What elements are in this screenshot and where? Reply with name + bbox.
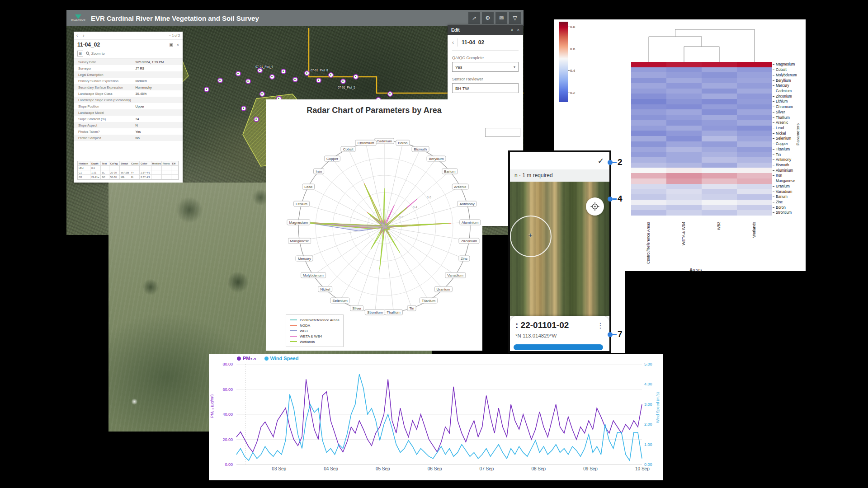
heatmap-cell: [631, 157, 666, 163]
expand-icon[interactable]: ⊞: [77, 51, 83, 56]
plot-label: 07-01_Plot_5: [338, 86, 355, 89]
share-icon[interactable]: ↗: [468, 12, 480, 24]
mail-icon[interactable]: ✉: [495, 12, 507, 24]
primary-action-button[interactable]: [514, 344, 603, 350]
heatmap-cell: [702, 120, 737, 126]
attribute-row: Landscape Model: [74, 109, 183, 116]
kebab-menu-icon[interactable]: ⋮: [597, 321, 604, 330]
heatmap-cell: [666, 210, 702, 216]
heatmap-cell: [702, 126, 737, 131]
heatmap-cell: [666, 157, 702, 163]
date-tick: 04 Sep: [324, 466, 338, 471]
heatmap-column-label: WETA & WB4: [681, 222, 687, 269]
close-icon[interactable]: ×: [517, 28, 519, 32]
heatmap-cell: [702, 99, 737, 104]
crosshair-icon: +: [526, 231, 534, 239]
date-tick: 08 Sep: [531, 466, 546, 471]
timeseries-panel: PM₂.₅ Wind Speed 80.0060.0040.0020.000.0…: [209, 354, 663, 480]
plot-label: 07-01_Plot_8: [311, 69, 328, 72]
survey-plot-marker[interactable]: [241, 106, 246, 111]
callout-2: 2: [608, 157, 623, 167]
legend-item[interactable]: NODA: [290, 323, 340, 328]
collapse-icon[interactable]: ∧: [510, 28, 514, 32]
callout-dot-icon: [608, 160, 613, 165]
popup-pager: ≡ 1 of 2: [169, 34, 180, 37]
heatmap-row-label: Thallium: [773, 115, 804, 120]
legend-item[interactable]: Control/Reference Areas: [290, 317, 340, 323]
survey-plot-marker[interactable]: [217, 78, 223, 83]
qaqc-select[interactable]: Yes▾: [452, 62, 519, 72]
heatmap-cell: [631, 189, 666, 194]
heatmap-cell: [702, 157, 737, 163]
heatmap-y-axis-label: Parameters: [795, 123, 800, 145]
attribute-row: SurveyorJT RS: [74, 65, 183, 71]
survey-plot-marker[interactable]: [245, 79, 251, 84]
radar-radial-tick: 0.2: [399, 215, 403, 218]
locate-button[interactable]: [586, 197, 604, 216]
radar-axis-label: Copper: [324, 155, 340, 161]
close-icon[interactable]: ×: [177, 42, 179, 47]
survey-plot-marker[interactable]: [269, 74, 275, 80]
zoom-to-button[interactable]: Zoom to: [86, 52, 104, 56]
edit-extra-field[interactable]: [485, 128, 520, 137]
survey-plot-marker[interactable]: [316, 78, 321, 83]
heatmap-cell: [666, 205, 702, 211]
right-axis-tick: 4.00: [644, 382, 652, 386]
dock-icon[interactable]: ▣: [169, 42, 173, 47]
field-label: QA/QC Complete: [452, 56, 519, 60]
heatmap-cell: [702, 62, 737, 67]
heatmap-cell: [702, 109, 737, 115]
settings-icon[interactable]: ⚙: [482, 12, 494, 24]
survey-plot-marker[interactable]: [281, 69, 286, 74]
check-icon[interactable]: ✓: [598, 156, 604, 166]
heatmap-row-label: Iron: [773, 173, 804, 178]
heatmap-cell: [702, 173, 737, 178]
heatmap-row-label: Zirconium: [773, 94, 804, 99]
prev-feature-icon[interactable]: ‹: [76, 33, 83, 38]
heatmap-row-label: Bismuth: [773, 163, 804, 168]
legend-item[interactable]: WETA & WB4: [290, 333, 340, 339]
survey-plot-marker[interactable]: [236, 71, 241, 76]
survey-plot-marker[interactable]: [387, 91, 393, 97]
heatmap-cell: [737, 131, 772, 136]
mobile-map[interactable]: +: [510, 182, 609, 316]
radar-axis-label: Selenium: [330, 297, 349, 303]
date-tick: 07 Sep: [480, 466, 494, 471]
survey-plot-marker[interactable]: [259, 91, 265, 97]
survey-plot-marker[interactable]: [292, 77, 298, 82]
callout-dot-icon: [608, 197, 613, 202]
menu-icon[interactable]: ≡: [169, 34, 170, 37]
survey-plot-marker[interactable]: [328, 72, 334, 78]
next-feature-icon[interactable]: ›: [83, 33, 89, 38]
heatmap-cell: [666, 147, 702, 152]
heatmap-cell: [737, 109, 772, 115]
heatmap-row-label: Magnesium: [773, 62, 804, 67]
heatmap-cell: [631, 104, 666, 110]
survey-plot-marker[interactable]: [340, 79, 346, 84]
survey-plot-marker[interactable]: [257, 68, 263, 73]
reviewer-input[interactable]: BH TW: [452, 83, 519, 93]
survey-plot-marker[interactable]: [353, 74, 359, 80]
heatmap-grid: [631, 62, 772, 216]
attribute-row: Legal Description: [74, 71, 183, 78]
survey-plot-marker[interactable]: [204, 87, 209, 92]
desktop-collage: MILLENNIUM EVR Cardinal River Mine Veget…: [0, 0, 868, 488]
heatmap-cell: [666, 152, 702, 157]
heatmap-cell: [631, 173, 666, 178]
filter-icon[interactable]: ▽: [509, 12, 521, 24]
legend-item[interactable]: WB3: [290, 328, 340, 333]
back-icon[interactable]: ‹: [452, 39, 454, 46]
heatmap-cell: [702, 178, 737, 184]
pm25-axis-label: PM₂.₅ (μg/m³): [210, 394, 214, 418]
heatmap-cell: [737, 78, 772, 83]
radar-axis-label: Vanadium: [445, 272, 466, 278]
heatmap-cell: [666, 62, 702, 67]
survey-plot-marker[interactable]: [254, 117, 259, 122]
millennium-logo: MILLENNIUM: [69, 14, 87, 22]
heatmap-row-label: Boron: [773, 205, 804, 210]
heatmap-cell: [737, 157, 772, 163]
legend-item[interactable]: Wetlands: [290, 339, 340, 344]
survey-plot-marker[interactable]: [304, 70, 310, 76]
record-id: : 22-01101-02: [515, 320, 569, 330]
edit-panel-header: Edit ∧ ×: [448, 25, 523, 35]
